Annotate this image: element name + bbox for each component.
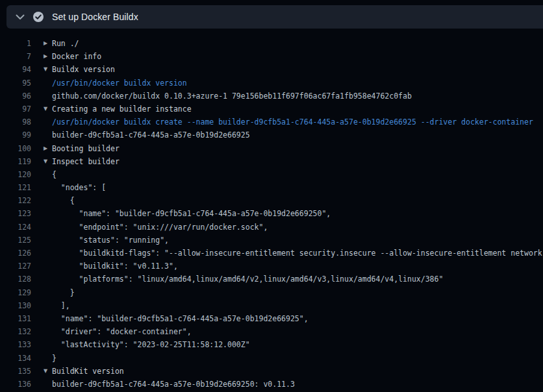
line-number[interactable]: 131 bbox=[0, 312, 31, 325]
log-output-text: builder-d9cfb5a1-c764-445a-a57e-0b19d2e6… bbox=[52, 378, 295, 391]
log-output-text: "nodes": [ bbox=[52, 181, 106, 194]
line-number[interactable]: 130 bbox=[0, 299, 31, 312]
log-line: 124 "endpoint": "unix:///var/run/docker.… bbox=[0, 221, 543, 234]
log-group-line[interactable]: 100▶Booting builder bbox=[0, 142, 543, 155]
triangle-right-icon[interactable]: ▶ bbox=[31, 37, 52, 50]
triangle-right-icon[interactable]: ▶ bbox=[31, 50, 52, 63]
log-group-title: Docker info bbox=[52, 50, 101, 63]
line-number[interactable]: 125 bbox=[0, 234, 31, 247]
gutter-spacer bbox=[31, 90, 52, 103]
log-line: 132 "driver": "docker-container", bbox=[0, 325, 543, 338]
line-number[interactable]: 95 bbox=[0, 77, 31, 90]
line-number[interactable]: 129 bbox=[0, 286, 31, 299]
log-output-text: { bbox=[52, 168, 57, 181]
gutter-spacer bbox=[31, 194, 52, 207]
line-number[interactable]: 1 bbox=[0, 37, 31, 50]
log-command-text: /usr/bin/docker buildx version bbox=[52, 77, 187, 90]
line-number[interactable]: 126 bbox=[0, 247, 31, 260]
line-number[interactable]: 7 bbox=[0, 50, 31, 63]
log-group-line[interactable]: 1▶Run ./ bbox=[0, 37, 543, 50]
log-group-title: Creating a new builder instance bbox=[52, 103, 192, 116]
gutter-spacer bbox=[31, 378, 52, 391]
log-output-text: } bbox=[52, 286, 75, 299]
line-number[interactable]: 128 bbox=[0, 273, 31, 286]
line-number[interactable]: 127 bbox=[0, 260, 31, 273]
log-line: 120{ bbox=[0, 168, 543, 181]
log-output-text: "platforms": "linux/amd64,linux/amd64/v2… bbox=[52, 273, 443, 286]
log-line: 98/usr/bin/docker buildx create --name b… bbox=[0, 116, 543, 129]
line-number[interactable]: 94 bbox=[0, 63, 31, 76]
line-number[interactable]: 120 bbox=[0, 168, 31, 181]
triangle-down-icon[interactable]: ▼ bbox=[31, 63, 52, 76]
line-number[interactable]: 98 bbox=[0, 116, 31, 129]
log-line: 129 } bbox=[0, 286, 543, 299]
log-command-text: /usr/bin/docker buildx create --name bui… bbox=[52, 116, 533, 129]
log-group-title: Booting builder bbox=[52, 142, 120, 155]
gutter-spacer bbox=[31, 168, 52, 181]
gutter-spacer bbox=[31, 352, 52, 365]
log-line: 128 "platforms": "linux/amd64,linux/amd6… bbox=[0, 273, 543, 286]
line-number[interactable]: 119 bbox=[0, 155, 31, 168]
triangle-down-icon[interactable]: ▼ bbox=[31, 103, 52, 116]
triangle-down-icon[interactable]: ▼ bbox=[31, 365, 52, 378]
line-number[interactable]: 134 bbox=[0, 352, 31, 365]
triangle-right-icon[interactable]: ▶ bbox=[31, 142, 52, 155]
log-line: 123 "name": "builder-d9cfb5a1-c764-445a-… bbox=[0, 207, 543, 220]
log-line: 99builder-d9cfb5a1-c764-445a-a57e-0b19d2… bbox=[0, 129, 543, 141]
gutter-spacer bbox=[31, 181, 52, 194]
log-line: 126 "buildkitd-flags": "--allow-insecure… bbox=[0, 247, 543, 260]
log-line: 121 "nodes": [ bbox=[0, 181, 543, 194]
log-line: 131 "name": "builder-d9cfb5a1-c764-445a-… bbox=[0, 312, 543, 325]
gutter-spacer bbox=[31, 299, 52, 312]
gutter-spacer bbox=[31, 312, 52, 325]
log-group-line[interactable]: 7▶Docker info bbox=[0, 50, 543, 63]
log-output-text: "buildkit": "v0.11.3", bbox=[52, 260, 178, 273]
step-title: Set up Docker Buildx bbox=[52, 12, 138, 22]
log-group-title: BuildKit version bbox=[52, 365, 124, 378]
log-output-text: } bbox=[52, 352, 57, 365]
line-number[interactable]: 135 bbox=[0, 365, 31, 378]
log-line: 130 ], bbox=[0, 299, 543, 312]
step-header[interactable]: Set up Docker Buildx bbox=[6, 5, 543, 29]
line-number[interactable]: 99 bbox=[0, 129, 31, 141]
gutter-spacer bbox=[31, 273, 52, 286]
line-number[interactable]: 133 bbox=[0, 338, 31, 351]
chevron-down-icon[interactable] bbox=[10, 5, 30, 29]
log-output-text: ], bbox=[52, 299, 70, 312]
gutter-spacer bbox=[31, 116, 52, 129]
line-number[interactable]: 97 bbox=[0, 103, 31, 116]
line-number[interactable]: 121 bbox=[0, 181, 31, 194]
log-lines: 1▶Run ./7▶Docker info94▼Buildx version95… bbox=[0, 37, 543, 391]
log-output-text: "lastActivity": "2023-02-25T11:58:12.000… bbox=[52, 338, 250, 351]
log-output-text: "endpoint": "unix:///var/run/docker.sock… bbox=[52, 221, 268, 234]
log-group-title: Buildx version bbox=[52, 63, 115, 76]
line-number[interactable]: 96 bbox=[0, 90, 31, 103]
line-number[interactable]: 136 bbox=[0, 378, 31, 391]
log-output-text: builder-d9cfb5a1-c764-445a-a57e-0b19d2e6… bbox=[52, 129, 250, 141]
line-number[interactable]: 124 bbox=[0, 221, 31, 234]
log-line: 95/usr/bin/docker buildx version bbox=[0, 77, 543, 90]
line-number[interactable]: 100 bbox=[0, 142, 31, 155]
log-group-title: Inspect builder bbox=[52, 155, 120, 168]
log-line: 133 "lastActivity": "2023-02-25T11:58:12… bbox=[0, 338, 543, 351]
gutter-spacer bbox=[31, 325, 52, 338]
gutter-spacer bbox=[31, 247, 52, 260]
line-number[interactable]: 132 bbox=[0, 325, 31, 338]
gutter-spacer bbox=[31, 77, 52, 90]
gutter-spacer bbox=[31, 207, 52, 220]
line-number[interactable]: 123 bbox=[0, 207, 31, 220]
log-group-line[interactable]: 135▼BuildKit version bbox=[0, 365, 543, 378]
log-output-text: "status": "running", bbox=[52, 234, 169, 247]
log-output-text: "name": "builder-d9cfb5a1-c764-445a-a57e… bbox=[52, 312, 309, 325]
log-group-title: Run ./ bbox=[52, 37, 79, 50]
triangle-down-icon[interactable]: ▼ bbox=[31, 155, 52, 168]
gutter-spacer bbox=[31, 221, 52, 234]
log-group-line[interactable]: 94▼Buildx version bbox=[0, 63, 543, 76]
log-group-line[interactable]: 119▼Inspect builder bbox=[0, 155, 543, 168]
gutter-spacer bbox=[31, 286, 52, 299]
check-circle-icon bbox=[32, 11, 44, 23]
line-number[interactable]: 122 bbox=[0, 194, 31, 207]
log-line: 96github.com/docker/buildx 0.10.3+azure-… bbox=[0, 90, 543, 103]
log-line: 136builder-d9cfb5a1-c764-445a-a57e-0b19d… bbox=[0, 378, 543, 391]
log-group-line[interactable]: 97▼Creating a new builder instance bbox=[0, 103, 543, 116]
